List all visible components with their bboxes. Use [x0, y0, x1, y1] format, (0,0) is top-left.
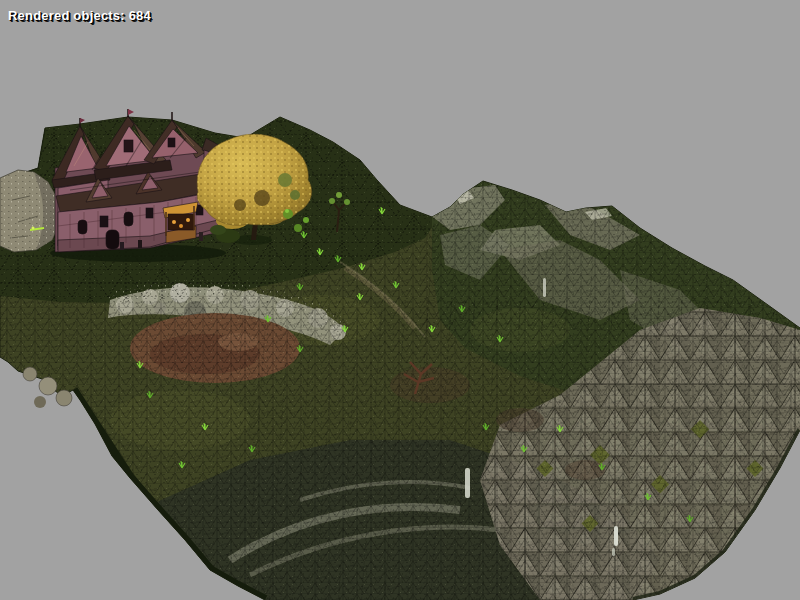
market-stall — [163, 202, 198, 243]
hud-stats-text: Rendered objects: 684 — [8, 8, 151, 23]
render-viewport[interactable]: Rendered objects: 684 — [0, 0, 800, 600]
scene-canvas — [0, 0, 800, 600]
